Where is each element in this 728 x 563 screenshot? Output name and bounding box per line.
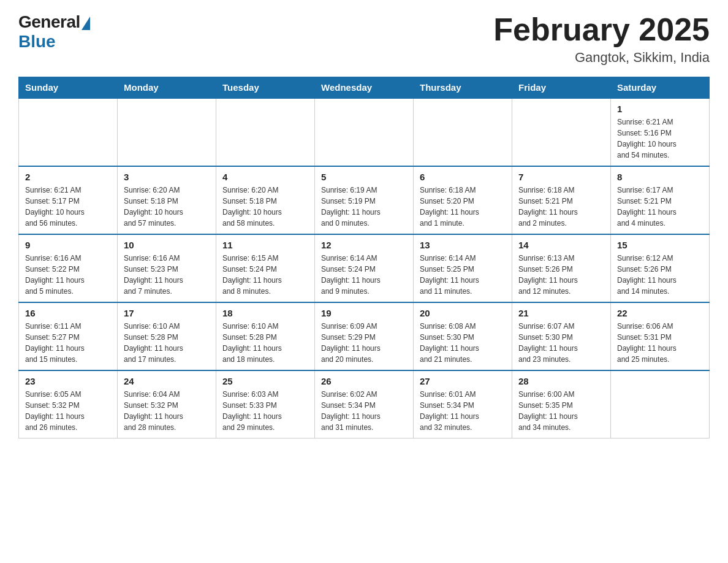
day-info: Sunrise: 6:00 AM Sunset: 5:35 PM Dayligh… — [518, 389, 604, 433]
day-info: Sunrise: 6:09 AM Sunset: 5:29 PM Dayligh… — [321, 321, 407, 365]
day-cell — [414, 98, 512, 166]
day-info: Sunrise: 6:13 AM Sunset: 5:26 PM Dayligh… — [518, 253, 604, 297]
location-title: Gangtok, Sikkim, India — [493, 50, 710, 66]
day-number: 7 — [518, 172, 604, 182]
day-cell — [216, 98, 315, 166]
week-row-3: 9Sunrise: 6:16 AM Sunset: 5:22 PM Daylig… — [19, 234, 710, 302]
day-cell: 12Sunrise: 6:14 AM Sunset: 5:24 PM Dayli… — [315, 234, 414, 302]
column-header-sunday: Sunday — [19, 77, 118, 99]
day-info: Sunrise: 6:04 AM Sunset: 5:32 PM Dayligh… — [124, 389, 210, 433]
day-cell: 24Sunrise: 6:04 AM Sunset: 5:32 PM Dayli… — [118, 370, 216, 439]
header-row: SundayMondayTuesdayWednesdayThursdayFrid… — [19, 77, 710, 99]
day-number: 17 — [124, 308, 210, 318]
day-cell: 18Sunrise: 6:10 AM Sunset: 5:28 PM Dayli… — [216, 302, 315, 370]
day-number: 18 — [222, 308, 308, 318]
day-number: 3 — [124, 172, 210, 182]
day-info: Sunrise: 6:02 AM Sunset: 5:34 PM Dayligh… — [321, 389, 407, 433]
day-cell: 17Sunrise: 6:10 AM Sunset: 5:28 PM Dayli… — [118, 302, 216, 370]
day-cell — [611, 370, 710, 439]
day-info: Sunrise: 6:21 AM Sunset: 5:17 PM Dayligh… — [25, 185, 111, 229]
day-number: 10 — [124, 240, 210, 250]
day-cell — [19, 98, 118, 166]
column-header-monday: Monday — [118, 77, 216, 99]
day-number: 8 — [617, 172, 703, 182]
page-header: General Blue February 2025 Gangtok, Sikk… — [18, 12, 710, 66]
day-info: Sunrise: 6:18 AM Sunset: 5:21 PM Dayligh… — [518, 185, 604, 229]
week-row-4: 16Sunrise: 6:11 AM Sunset: 5:27 PM Dayli… — [19, 302, 710, 370]
day-cell: 23Sunrise: 6:05 AM Sunset: 5:32 PM Dayli… — [19, 370, 118, 439]
day-info: Sunrise: 6:17 AM Sunset: 5:21 PM Dayligh… — [617, 185, 703, 229]
day-cell: 19Sunrise: 6:09 AM Sunset: 5:29 PM Dayli… — [315, 302, 414, 370]
day-cell: 28Sunrise: 6:00 AM Sunset: 5:35 PM Dayli… — [512, 370, 611, 439]
day-cell: 6Sunrise: 6:18 AM Sunset: 5:20 PM Daylig… — [414, 166, 512, 234]
day-number: 1 — [617, 104, 703, 114]
day-number: 13 — [420, 240, 506, 250]
day-info: Sunrise: 6:16 AM Sunset: 5:23 PM Dayligh… — [124, 253, 210, 297]
day-number: 22 — [617, 308, 703, 318]
day-number: 20 — [420, 308, 506, 318]
day-cell: 22Sunrise: 6:06 AM Sunset: 5:31 PM Dayli… — [611, 302, 710, 370]
day-number: 2 — [25, 172, 111, 182]
day-cell: 15Sunrise: 6:12 AM Sunset: 5:26 PM Dayli… — [611, 234, 710, 302]
day-info: Sunrise: 6:10 AM Sunset: 5:28 PM Dayligh… — [222, 321, 308, 365]
day-info: Sunrise: 6:15 AM Sunset: 5:24 PM Dayligh… — [222, 253, 308, 297]
day-cell — [512, 98, 611, 166]
day-cell: 5Sunrise: 6:19 AM Sunset: 5:19 PM Daylig… — [315, 166, 414, 234]
day-number: 12 — [321, 240, 407, 250]
day-info: Sunrise: 6:21 AM Sunset: 5:16 PM Dayligh… — [617, 117, 703, 161]
day-cell: 8Sunrise: 6:17 AM Sunset: 5:21 PM Daylig… — [611, 166, 710, 234]
day-info: Sunrise: 6:14 AM Sunset: 5:25 PM Dayligh… — [420, 253, 506, 297]
day-number: 4 — [222, 172, 308, 182]
week-row-5: 23Sunrise: 6:05 AM Sunset: 5:32 PM Dayli… — [19, 370, 710, 439]
week-row-1: 1Sunrise: 6:21 AM Sunset: 5:16 PM Daylig… — [19, 98, 710, 166]
day-info: Sunrise: 6:03 AM Sunset: 5:33 PM Dayligh… — [222, 389, 308, 433]
day-cell: 21Sunrise: 6:07 AM Sunset: 5:30 PM Dayli… — [512, 302, 611, 370]
day-cell — [118, 98, 216, 166]
day-number: 21 — [518, 308, 604, 318]
day-cell: 4Sunrise: 6:20 AM Sunset: 5:18 PM Daylig… — [216, 166, 315, 234]
day-number: 19 — [321, 308, 407, 318]
day-info: Sunrise: 6:20 AM Sunset: 5:18 PM Dayligh… — [124, 185, 210, 229]
column-header-thursday: Thursday — [414, 77, 512, 99]
day-info: Sunrise: 6:18 AM Sunset: 5:20 PM Dayligh… — [420, 185, 506, 229]
day-info: Sunrise: 6:05 AM Sunset: 5:32 PM Dayligh… — [25, 389, 111, 433]
day-info: Sunrise: 6:07 AM Sunset: 5:30 PM Dayligh… — [518, 321, 604, 365]
column-header-saturday: Saturday — [611, 77, 710, 99]
day-cell: 3Sunrise: 6:20 AM Sunset: 5:18 PM Daylig… — [118, 166, 216, 234]
day-info: Sunrise: 6:19 AM Sunset: 5:19 PM Dayligh… — [321, 185, 407, 229]
day-cell: 1Sunrise: 6:21 AM Sunset: 5:16 PM Daylig… — [611, 98, 710, 166]
day-number: 28 — [518, 376, 604, 386]
day-cell: 14Sunrise: 6:13 AM Sunset: 5:26 PM Dayli… — [512, 234, 611, 302]
logo-general-text: General — [18, 12, 80, 32]
column-header-wednesday: Wednesday — [315, 77, 414, 99]
column-header-friday: Friday — [512, 77, 611, 99]
day-info: Sunrise: 6:11 AM Sunset: 5:27 PM Dayligh… — [25, 321, 111, 365]
day-cell: 27Sunrise: 6:01 AM Sunset: 5:34 PM Dayli… — [414, 370, 512, 439]
day-number: 26 — [321, 376, 407, 386]
calendar-table: SundayMondayTuesdayWednesdayThursdayFrid… — [18, 77, 710, 439]
day-cell: 20Sunrise: 6:08 AM Sunset: 5:30 PM Dayli… — [414, 302, 512, 370]
day-info: Sunrise: 6:20 AM Sunset: 5:18 PM Dayligh… — [222, 185, 308, 229]
logo-triangle-icon — [82, 17, 90, 30]
day-number: 16 — [25, 308, 111, 318]
day-cell: 10Sunrise: 6:16 AM Sunset: 5:23 PM Dayli… — [118, 234, 216, 302]
day-cell: 26Sunrise: 6:02 AM Sunset: 5:34 PM Dayli… — [315, 370, 414, 439]
day-info: Sunrise: 6:16 AM Sunset: 5:22 PM Dayligh… — [25, 253, 111, 297]
day-number: 5 — [321, 172, 407, 182]
day-cell: 11Sunrise: 6:15 AM Sunset: 5:24 PM Dayli… — [216, 234, 315, 302]
day-info: Sunrise: 6:12 AM Sunset: 5:26 PM Dayligh… — [617, 253, 703, 297]
day-number: 27 — [420, 376, 506, 386]
day-info: Sunrise: 6:06 AM Sunset: 5:31 PM Dayligh… — [617, 321, 703, 365]
day-cell: 16Sunrise: 6:11 AM Sunset: 5:27 PM Dayli… — [19, 302, 118, 370]
logo: General Blue — [18, 12, 90, 52]
day-cell: 9Sunrise: 6:16 AM Sunset: 5:22 PM Daylig… — [19, 234, 118, 302]
day-number: 24 — [124, 376, 210, 386]
day-info: Sunrise: 6:14 AM Sunset: 5:24 PM Dayligh… — [321, 253, 407, 297]
month-title: February 2025 — [493, 12, 710, 47]
day-number: 15 — [617, 240, 703, 250]
day-number: 11 — [222, 240, 308, 250]
day-cell: 2Sunrise: 6:21 AM Sunset: 5:17 PM Daylig… — [19, 166, 118, 234]
day-number: 25 — [222, 376, 308, 386]
column-header-tuesday: Tuesday — [216, 77, 315, 99]
day-info: Sunrise: 6:08 AM Sunset: 5:30 PM Dayligh… — [420, 321, 506, 365]
